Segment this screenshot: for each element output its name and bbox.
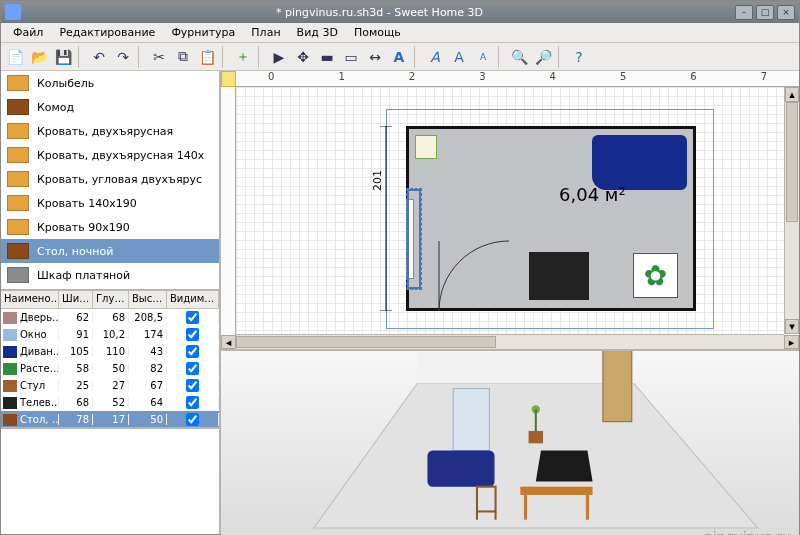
menu-view3d[interactable]: Вид 3D	[289, 24, 346, 41]
visibility-checkbox[interactable]	[186, 379, 199, 392]
menu-help[interactable]: Помощь	[346, 24, 409, 41]
tool-new[interactable]: 📄	[4, 46, 26, 68]
tool-paste[interactable]: 📋	[196, 46, 218, 68]
cell-height: 208,5	[129, 312, 167, 323]
svg-rect-6	[603, 351, 632, 422]
cell-height: 50	[129, 414, 167, 425]
plan-2d[interactable]: 01234567 ✿	[221, 71, 799, 351]
plan-dimension-line	[376, 126, 396, 311]
scroll-down-arrow[interactable]: ▾	[785, 319, 799, 334]
visibility-checkbox[interactable]	[186, 345, 199, 358]
tool-text-bold[interactable]: A	[424, 46, 446, 68]
catalog-item[interactable]: Шкаф платяной	[1, 263, 219, 287]
table-row[interactable]: Окно9110,2174	[1, 326, 219, 343]
catalog-item[interactable]: Кровать, двухъярусная 140x	[1, 143, 219, 167]
tool-help[interactable]: ?	[568, 46, 590, 68]
tool-add-furniture[interactable]: ＋	[232, 46, 254, 68]
table-row[interactable]: Дверь…6268208,5	[1, 309, 219, 326]
plan-scroll-v[interactable]: ▴ ▾	[784, 87, 799, 334]
catalog-item[interactable]: Кровать 90x190	[1, 215, 219, 239]
col-depth[interactable]: Глу…	[93, 291, 129, 308]
menu-edit[interactable]: Редактирование	[51, 24, 163, 41]
toolbar-sep	[414, 46, 420, 68]
menu-file[interactable]: Файл	[5, 24, 51, 41]
scroll-v-thumb[interactable]	[786, 102, 798, 222]
tool-select[interactable]: ▶	[268, 46, 290, 68]
ruler-tick: 1	[306, 71, 376, 86]
furniture-table-header[interactable]: Наимено… Ши… Глу… Выс… Видим…	[1, 291, 219, 309]
ruler-vertical[interactable]	[221, 87, 236, 349]
col-visible[interactable]: Видим…	[167, 291, 219, 308]
cell-visible[interactable]	[167, 396, 219, 409]
visibility-checkbox[interactable]	[186, 396, 199, 409]
col-height[interactable]: Выс…	[129, 291, 167, 308]
tool-zoom-in[interactable]: 🔍	[508, 46, 530, 68]
visibility-checkbox[interactable]	[186, 413, 199, 426]
col-width[interactable]: Ши…	[59, 291, 93, 308]
tool-dimension[interactable]: ↔	[364, 46, 386, 68]
visibility-checkbox[interactable]	[186, 362, 199, 375]
cell-visible[interactable]	[167, 413, 219, 426]
catalog-item[interactable]: Стол, ночной	[1, 239, 219, 263]
menu-furniture[interactable]: Фурнитура	[163, 24, 243, 41]
tool-pan[interactable]: ✥	[292, 46, 314, 68]
row-icon	[3, 397, 17, 409]
tool-copy[interactable]: ⧉	[172, 46, 194, 68]
svg-marker-5	[417, 351, 634, 383]
catalog-item[interactable]: Комод	[1, 95, 219, 119]
tool-open[interactable]: 📂	[28, 46, 50, 68]
scroll-right-arrow[interactable]: ▸	[784, 335, 799, 349]
table-row[interactable]: Стул252767	[1, 377, 219, 394]
cell-visible[interactable]	[167, 345, 219, 358]
cell-width: 68	[59, 397, 93, 408]
plan-scroll-h[interactable]: ◂ ▸	[236, 334, 784, 349]
tool-cut[interactable]: ✂	[148, 46, 170, 68]
cell-depth: 52	[93, 397, 129, 408]
minimize-button[interactable]: –	[735, 5, 753, 20]
tool-text-smaller[interactable]: A	[472, 46, 494, 68]
cell-name: Расте…	[17, 363, 59, 374]
tool-redo[interactable]: ↷	[112, 46, 134, 68]
scroll-left-arrow[interactable]: ◂	[221, 335, 236, 349]
table-row[interactable]: Диван…10511043	[1, 343, 219, 360]
table-row[interactable]: Расте…585082	[1, 360, 219, 377]
col-name[interactable]: Наимено…	[1, 291, 59, 308]
toolbar: 📄 📂 💾 ↶ ↷ ✂ ⧉ 📋 ＋ ▶ ✥ ▬ ▭ ↔ A A A A 🔍 🔎 …	[1, 43, 799, 71]
ruler-origin[interactable]	[221, 71, 236, 87]
scroll-h-thumb[interactable]	[236, 336, 496, 348]
ruler-tick: 4	[518, 71, 588, 86]
tool-undo[interactable]: ↶	[88, 46, 110, 68]
viewer-3d[interactable]: pingvinus.ru	[221, 351, 799, 535]
cell-name: Стол, …	[17, 414, 59, 425]
ruler-tick: 7	[729, 71, 799, 86]
cell-depth: 68	[93, 312, 129, 323]
toolbar-sep	[558, 46, 564, 68]
watermark: pingvinus.ru	[704, 529, 791, 535]
cell-visible[interactable]	[167, 379, 219, 392]
furniture-catalog[interactable]: КолыбельКомодКровать, двухъяруснаяКроват…	[1, 71, 219, 291]
scroll-up-arrow[interactable]: ▴	[785, 87, 799, 102]
ruler-horizontal[interactable]: 01234567	[236, 71, 799, 87]
catalog-item[interactable]: Кровать, угловая двухъярус	[1, 167, 219, 191]
tool-text[interactable]: A	[388, 46, 410, 68]
catalog-item[interactable]: Кровать, двухъярусная	[1, 119, 219, 143]
tool-wall[interactable]: ▬	[316, 46, 338, 68]
table-row[interactable]: Стол, …781750	[1, 411, 219, 428]
visibility-checkbox[interactable]	[186, 311, 199, 324]
table-row[interactable]: Телев…685264	[1, 394, 219, 411]
close-button[interactable]: ×	[777, 5, 795, 20]
visibility-checkbox[interactable]	[186, 328, 199, 341]
tool-room[interactable]: ▭	[340, 46, 362, 68]
catalog-item[interactable]: Колыбель	[1, 71, 219, 95]
tool-text-bigger[interactable]: A	[448, 46, 470, 68]
cell-width: 58	[59, 363, 93, 374]
maximize-button[interactable]: □	[756, 5, 774, 20]
cell-visible[interactable]	[167, 362, 219, 375]
tool-zoom-out[interactable]: 🔎	[532, 46, 554, 68]
furniture-table[interactable]: Дверь…6268208,5Окно9110,2174Диван…105110…	[1, 309, 219, 429]
menu-plan[interactable]: План	[243, 24, 288, 41]
catalog-item[interactable]: Кровать 140x190	[1, 191, 219, 215]
cell-visible[interactable]	[167, 311, 219, 324]
tool-save[interactable]: 💾	[52, 46, 74, 68]
cell-visible[interactable]	[167, 328, 219, 341]
